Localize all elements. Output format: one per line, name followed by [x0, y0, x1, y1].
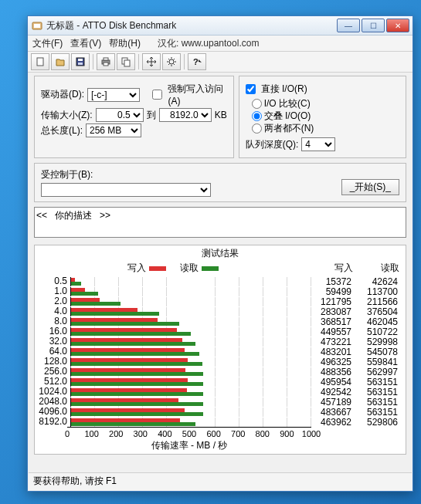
toolbar-move-button[interactable]: [142, 53, 161, 70]
menu-note: 汉化: www.upantool.com: [158, 37, 259, 50]
svg-rect-2: [37, 58, 43, 66]
app-window: 无标题 - ATTO Disk Benchmark — ☐ ✕ 文件(F) 查看…: [27, 15, 413, 492]
to-label: 到: [147, 109, 156, 122]
io-panel: 直接 I/O(R) I/O 比较(C) 交叠 I/O(O) 两者都不(N) 队列…: [239, 76, 406, 158]
numeric-column: 1537242624594991137001217952115662830873…: [311, 276, 402, 427]
queue-depth-select[interactable]: 4: [301, 137, 335, 151]
results-panel: 测试结果 写入 读取 写入读取 0.51.02.04.08.016.032.06…: [34, 245, 406, 455]
drive-select[interactable]: [-c-]: [87, 88, 140, 102]
transfer-size-label: 传输大小(Z):: [41, 109, 93, 122]
titlebar[interactable]: 无标题 - ATTO Disk Benchmark — ☐ ✕: [28, 16, 413, 36]
force-write-label: 强制写入访问(A): [168, 83, 226, 107]
legend-write-swatch: [149, 266, 166, 271]
toolbar-open-button[interactable]: [51, 53, 70, 70]
minimize-button[interactable]: —: [337, 19, 360, 32]
direct-io-label: 直接 I/O(R): [261, 83, 307, 96]
toolbar-save-button[interactable]: [71, 53, 90, 70]
numeric-header: 写入读取: [308, 262, 402, 275]
controlled-by-label: 受控制于(B):: [41, 168, 337, 181]
controlled-by-select[interactable]: [41, 183, 211, 197]
toolbar-settings-button[interactable]: [162, 53, 181, 70]
toolbar-new-button[interactable]: [31, 53, 49, 70]
drive-label: 驱动器(D):: [41, 88, 84, 101]
menu-view[interactable]: 查看(V): [70, 37, 101, 50]
svg-rect-1: [34, 24, 40, 28]
svg-text:?: ?: [193, 57, 199, 66]
io-compare-option[interactable]: I/O 比较(C): [252, 97, 399, 110]
menubar: 文件(F) 查看(V) 帮助(H) 汉化: www.upantool.com: [28, 36, 413, 52]
results-title: 测试结果: [38, 247, 402, 260]
svg-rect-8: [104, 63, 108, 66]
toolbar-copy-button[interactable]: [117, 53, 135, 70]
legend-write-label: 写入: [127, 262, 146, 275]
legend-read-swatch: [202, 266, 219, 271]
toolbar-print-button[interactable]: [97, 53, 115, 70]
direct-io-checkbox[interactable]: [246, 84, 256, 94]
toolbar: ?: [28, 52, 413, 73]
status-bar: 要获得帮助, 请按 F1: [29, 472, 412, 490]
chart-legend: 写入 读取: [38, 262, 308, 275]
x-ticks: 01002003004005006007008009001000: [67, 427, 311, 438]
size-from-select[interactable]: 0.5: [96, 108, 144, 122]
total-length-select[interactable]: 256 MB: [86, 123, 141, 137]
maximize-button[interactable]: ☐: [362, 19, 385, 32]
y-labels: 0.51.02.04.08.016.032.064.0128.0256.0512…: [38, 276, 70, 427]
force-write-checkbox[interactable]: [152, 90, 162, 100]
total-length-label: 总长度(L):: [41, 124, 83, 137]
legend-read-label: 读取: [180, 262, 199, 275]
controlled-panel: 受控制于(B): _开始(S)_: [34, 163, 406, 202]
close-button[interactable]: ✕: [386, 19, 409, 32]
svg-point-11: [169, 59, 174, 64]
chart-bars: [70, 276, 311, 427]
menu-file[interactable]: 文件(F): [32, 37, 63, 50]
neither-option[interactable]: 两者都不(N): [252, 122, 399, 134]
app-icon: [31, 19, 43, 32]
toolbar-help-button[interactable]: ?: [188, 53, 206, 70]
params-panel: 驱动器(D): [-c-] 强制写入访问(A) 传输大小(Z): 0.5 到 8…: [34, 76, 234, 158]
size-to-select[interactable]: 8192.0: [159, 108, 212, 122]
svg-rect-5: [78, 63, 83, 65]
overlapped-option[interactable]: 交叠 I/O(O): [252, 110, 399, 122]
description-textarea[interactable]: [34, 207, 406, 238]
window-title: 无标题 - ATTO Disk Benchmark: [46, 19, 337, 32]
start-button[interactable]: _开始(S)_: [341, 179, 399, 195]
svg-rect-10: [124, 60, 130, 66]
kb-label: KB: [215, 110, 227, 120]
svg-rect-7: [104, 58, 108, 60]
svg-rect-4: [78, 59, 83, 61]
menu-help[interactable]: 帮助(H): [109, 37, 141, 50]
queue-depth-label: 队列深度(Q):: [246, 138, 299, 151]
